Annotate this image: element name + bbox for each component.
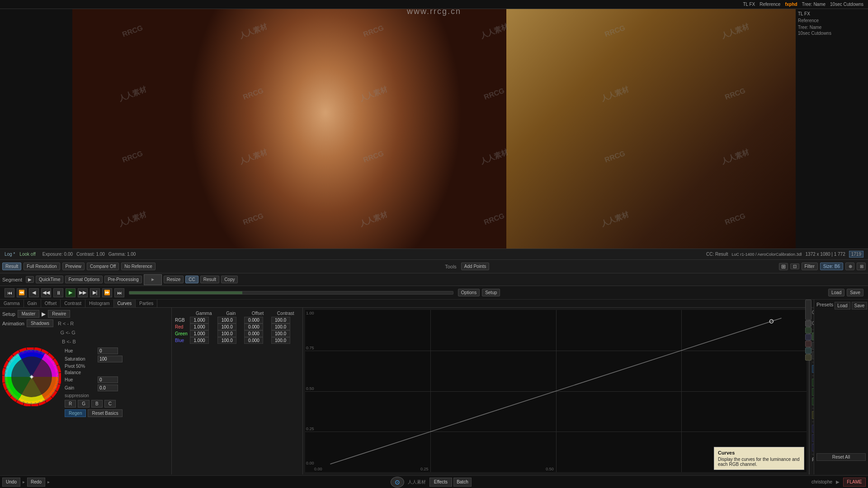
c-btn[interactable]: C bbox=[104, 400, 116, 408]
undo-btn[interactable]: Undo bbox=[2, 478, 20, 487]
effects-btn[interactable]: Effects bbox=[429, 478, 452, 487]
blue-gain[interactable] bbox=[217, 337, 236, 344]
timeline-bar[interactable] bbox=[129, 291, 453, 295]
shadows-btn[interactable]: Shadows bbox=[27, 319, 53, 327]
fwd-step-btn[interactable]: ⏩ bbox=[102, 288, 112, 297]
filter-btn[interactable]: Filter bbox=[802, 263, 818, 270]
green-gamma[interactable] bbox=[190, 330, 209, 337]
full-resolution-btn[interactable]: Full Resolution bbox=[24, 263, 60, 270]
tl-fx-right: TL FX bbox=[798, 11, 866, 16]
play-fwd-btn[interactable]: ▶▶ bbox=[78, 288, 88, 297]
green-label: Green bbox=[174, 330, 190, 337]
result-btn[interactable]: Result bbox=[2, 263, 21, 270]
master-btn[interactable]: Master bbox=[18, 310, 40, 318]
hue-input[interactable] bbox=[98, 347, 118, 354]
quicktime-btn[interactable]: QuickTime bbox=[36, 276, 63, 283]
options-btn[interactable]: Options bbox=[458, 289, 480, 296]
user-label: christophe bbox=[811, 479, 832, 484]
icon-fit[interactable]: ⊞ bbox=[857, 263, 866, 270]
green-gain[interactable] bbox=[217, 330, 236, 337]
resize-btn[interactable]: Resize bbox=[164, 276, 184, 283]
save-btn[interactable]: Save bbox=[847, 289, 863, 296]
g-btn[interactable]: G bbox=[78, 400, 90, 408]
batch-btn[interactable]: Batch bbox=[453, 478, 472, 487]
presets-load-btn[interactable]: Load bbox=[835, 302, 850, 310]
regen-btn[interactable]: Regen bbox=[65, 409, 86, 417]
go-start-btn[interactable]: ⏮ bbox=[5, 288, 14, 297]
cc-btn[interactable]: CC bbox=[185, 276, 198, 283]
prev-frame-btn[interactable]: ◀ bbox=[29, 288, 39, 297]
reset-basics-btn[interactable]: Reset Basics bbox=[88, 409, 122, 417]
cutdowns-right: 10sec Cutdowns bbox=[798, 31, 866, 36]
blue-offset[interactable] bbox=[244, 337, 263, 344]
hue2-label: Hue bbox=[65, 377, 96, 382]
rgb-offset[interactable] bbox=[244, 317, 263, 324]
rgb-gamma[interactable] bbox=[190, 317, 209, 324]
red-gamma[interactable] bbox=[190, 324, 209, 330]
pause-btn[interactable]: ⏸ bbox=[53, 288, 63, 297]
tree-name-right: Tree: Name bbox=[798, 25, 866, 30]
swatch-7[interactable] bbox=[805, 354, 811, 361]
rgb-gain[interactable] bbox=[217, 317, 236, 324]
setup-btn[interactable]: Setup bbox=[482, 289, 500, 296]
tab-offset[interactable]: Offset bbox=[41, 300, 61, 307]
copy-btn[interactable]: Copy bbox=[221, 276, 238, 283]
play-back-btn[interactable]: ◀◀ bbox=[41, 288, 51, 297]
saturation-input[interactable] bbox=[98, 356, 123, 362]
swatch-3[interactable] bbox=[805, 327, 811, 333]
pre-processing-btn[interactable]: Pre-Processing bbox=[104, 276, 142, 283]
blue-contrast[interactable] bbox=[271, 337, 290, 344]
tab-curves[interactable]: Curves bbox=[114, 300, 136, 307]
r-btn[interactable]: R bbox=[65, 400, 76, 408]
result-seg-btn[interactable]: Result bbox=[200, 276, 219, 283]
preview-btn[interactable]: Preview bbox=[62, 263, 85, 270]
b-btn[interactable]: B bbox=[91, 400, 103, 408]
blue-gamma[interactable] bbox=[190, 337, 209, 344]
red-gain[interactable] bbox=[217, 324, 236, 330]
reset-all-btn[interactable]: Reset All bbox=[816, 453, 866, 461]
flame-btn[interactable]: FLAME bbox=[843, 478, 866, 487]
pivot-row: Pivot 50% bbox=[65, 364, 169, 369]
color-wheel[interactable] bbox=[2, 347, 61, 406]
presets-save-btn[interactable]: Save bbox=[852, 302, 868, 310]
back-step-btn[interactable]: ⏪ bbox=[17, 288, 27, 297]
rewire-btn[interactable]: Rewire bbox=[48, 310, 70, 318]
swatch-5[interactable] bbox=[805, 341, 811, 347]
load-btn[interactable]: Load bbox=[828, 289, 844, 296]
tab-histogram[interactable]: Histogram bbox=[85, 300, 114, 307]
swatch-4[interactable] bbox=[805, 334, 811, 340]
swatch-6[interactable] bbox=[805, 347, 811, 354]
no-reference-btn[interactable]: No Reference bbox=[121, 263, 156, 270]
icon-zoom[interactable]: ⊕ bbox=[845, 263, 854, 270]
next-frame-btn[interactable]: ▶| bbox=[90, 288, 100, 297]
segment-icon[interactable]: ▶ bbox=[26, 276, 34, 283]
hue2-input[interactable] bbox=[98, 376, 118, 383]
red-contrast[interactable] bbox=[271, 324, 290, 330]
svg-line-7 bbox=[330, 318, 781, 464]
green-contrast[interactable] bbox=[271, 330, 290, 337]
format-options-btn[interactable]: Format Options bbox=[65, 276, 103, 283]
icon-btn-1[interactable]: ⊞ bbox=[779, 263, 788, 270]
swatch-1[interactable] bbox=[805, 300, 811, 320]
gamma-label: Gamma: 1.00 bbox=[108, 252, 136, 257]
red-offset[interactable] bbox=[244, 324, 263, 330]
green-row: Green bbox=[174, 330, 300, 337]
play-btn[interactable]: ▶ bbox=[66, 288, 75, 297]
green-offset[interactable] bbox=[244, 330, 263, 337]
swatch-2[interactable] bbox=[805, 320, 811, 327]
curves-canvas[interactable]: 1.00 0.75 0.50 0.25 0.00 0.00 0.25 0.50 … bbox=[305, 310, 807, 472]
icon-btn-2[interactable]: ⊡ bbox=[790, 263, 799, 269]
gain-input[interactable] bbox=[98, 385, 118, 391]
tab-contrast[interactable]: Contrast bbox=[61, 300, 85, 307]
compare-off-btn[interactable]: Compare Off bbox=[87, 263, 119, 270]
size-btn[interactable]: Size: B6 bbox=[820, 263, 843, 270]
tab-gain[interactable]: Gain bbox=[24, 300, 41, 307]
rgb-contrast[interactable] bbox=[271, 317, 290, 324]
left-panel bbox=[0, 0, 72, 251]
add-points-btn[interactable]: Add Points bbox=[461, 263, 489, 270]
tab-parties[interactable]: Parties bbox=[136, 300, 157, 307]
go-end-btn[interactable]: ⏭ bbox=[114, 288, 124, 297]
tab-gamma[interactable]: Gamma bbox=[0, 300, 24, 307]
redo-btn[interactable]: Redo bbox=[27, 478, 45, 487]
hue2-row: Hue bbox=[65, 376, 169, 383]
